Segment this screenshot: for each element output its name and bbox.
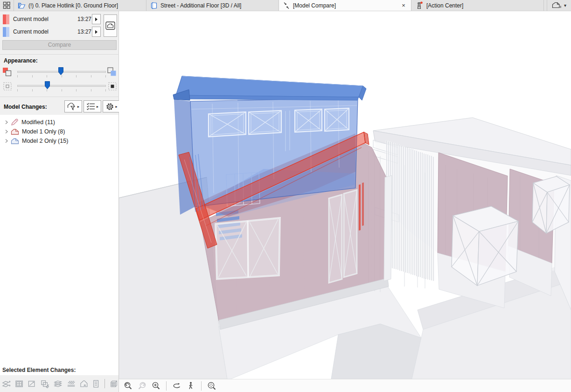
slider-tick xyxy=(47,89,47,91)
next-view-button[interactable] xyxy=(137,381,147,391)
slider-tick xyxy=(105,75,106,77)
pick-models-button[interactable] xyxy=(104,14,117,37)
flyout-arrow-icon xyxy=(95,30,98,34)
increase-zoom-icon xyxy=(152,381,160,390)
next-view-icon xyxy=(138,381,146,390)
model1-color-swatch xyxy=(3,14,9,24)
model2-time: 13:27 xyxy=(75,28,91,35)
show-in-3d-icon[interactable] xyxy=(109,379,118,389)
3d-navigation-toolbar xyxy=(119,379,571,392)
previous-view-button[interactable] xyxy=(123,381,133,391)
dropdown-arrow-icon: ▸ xyxy=(77,105,79,109)
action-center-badge xyxy=(420,1,423,4)
model-views-button[interactable]: ▾ xyxy=(547,0,571,11)
tab-label: [Model Compare] xyxy=(293,2,397,9)
explore-icon xyxy=(187,381,195,390)
model-changes-heading: Model Changes: xyxy=(4,104,47,110)
chevron-right-icon[interactable] xyxy=(5,139,8,143)
transparency-slider-thumb[interactable] xyxy=(45,81,50,89)
tab-action-center[interactable]: [Action Center] xyxy=(411,0,544,11)
model-compare-3d-viewport[interactable] xyxy=(119,11,571,392)
window xyxy=(216,218,280,279)
model-compare-icon xyxy=(283,2,290,9)
filter-elements-icon xyxy=(67,102,77,111)
opening-change-icon[interactable] xyxy=(27,379,36,389)
slider-tick xyxy=(32,75,33,77)
chevron-right-icon[interactable] xyxy=(5,120,8,125)
transparency-slider-row xyxy=(0,80,119,94)
slider-tick xyxy=(32,89,33,91)
increase-zoom-button[interactable] xyxy=(151,381,161,391)
dropdown-arrow-icon: ▸ xyxy=(115,105,117,109)
slider-tick xyxy=(47,75,47,77)
model1-flyout-button[interactable] xyxy=(92,14,101,24)
tab-bar: (!) 0. Place Hotlink [0. Ground Floor] S… xyxy=(0,0,571,11)
slider-ticks xyxy=(17,75,106,78)
settings-gear-icon xyxy=(105,102,114,111)
window-change-icon[interactable] xyxy=(14,379,24,389)
tab-close-icon[interactable]: × xyxy=(400,2,407,9)
slider-tick xyxy=(17,89,18,91)
flyout-arrow-icon xyxy=(95,17,98,21)
settings-button[interactable]: ▸ xyxy=(103,100,120,112)
composite-change-icon[interactable] xyxy=(53,379,63,389)
slider-tick xyxy=(105,89,106,91)
tree-item-model1-only[interactable]: Model 1 Only (8) xyxy=(0,127,118,136)
tab-overview-grid-button[interactable] xyxy=(0,0,14,11)
fill-priority-slider-row xyxy=(0,66,119,80)
slider-tick xyxy=(91,75,91,77)
surface-change-icon[interactable] xyxy=(40,379,50,389)
tree-item-label: Model 2 Only (15) xyxy=(22,138,68,144)
model1-strip xyxy=(362,182,364,226)
tab-model-compare[interactable]: [Model Compare] × xyxy=(279,0,411,11)
tree-item-modified[interactable]: Modified (11) xyxy=(0,118,118,127)
divider xyxy=(0,97,119,97)
model1-row[interactable]: Current model 13:27 xyxy=(0,14,119,25)
action-center-icon xyxy=(415,1,424,9)
divider xyxy=(0,54,119,55)
unchanged-transparent-icon xyxy=(2,81,14,92)
transparency-slider-track[interactable] xyxy=(17,85,106,87)
slider-tick xyxy=(62,75,62,77)
filter-elements-button[interactable]: ▸ xyxy=(64,100,82,112)
tree-item-label: Model 1 Only (8) xyxy=(22,128,65,135)
tree-item-model2-only[interactable]: Model 2 Only (15) xyxy=(0,136,118,146)
zone-change-icon[interactable] xyxy=(79,379,89,389)
slider-tick xyxy=(62,89,62,91)
bay-window xyxy=(452,206,518,286)
fill-priority-slider-thumb[interactable] xyxy=(58,67,63,75)
compare-button[interactable]: Compare xyxy=(2,40,117,50)
dropdown-arrow-icon: ▸ xyxy=(97,105,98,109)
previous-view-icon xyxy=(124,381,132,390)
geometry-change-icon[interactable] xyxy=(2,379,11,389)
model2-name: Current model xyxy=(13,28,49,35)
slider-tick xyxy=(76,75,77,77)
model-compare-3d-view xyxy=(119,11,571,379)
tab-street-3d[interactable]: Street - Additional Floor [3D / All] xyxy=(146,0,279,11)
selected-element-changes-heading: Selected Element Changes: xyxy=(2,367,76,373)
tab-place-hotlink[interactable]: (!) 0. Place Hotlink [0. Ground Floor] xyxy=(14,0,146,11)
model1-time: 13:27 xyxy=(75,16,91,22)
checklist-icon xyxy=(86,102,96,111)
checklist-button[interactable]: ▸ xyxy=(84,100,101,112)
tab-label: Street - Additional Floor [3D / All] xyxy=(160,2,275,9)
toolbar-separator xyxy=(201,381,202,391)
log-change-icon[interactable] xyxy=(92,379,100,389)
tab-overview-grid-icon xyxy=(3,1,11,9)
explore-button[interactable] xyxy=(186,381,196,391)
appearance-heading: Appearance: xyxy=(4,57,38,64)
model2-flyout-button[interactable] xyxy=(92,27,101,37)
fit-in-window-button[interactable] xyxy=(207,381,217,391)
chevron-right-icon[interactable] xyxy=(5,129,8,134)
toolbar-separator xyxy=(166,381,167,391)
model2-row[interactable]: Current model 13:27 xyxy=(0,27,119,38)
model2-fill-priority-icon xyxy=(107,67,118,78)
orbit-button[interactable] xyxy=(172,381,182,391)
fill-change-icon[interactable] xyxy=(66,379,76,389)
slider-ticks xyxy=(17,89,106,92)
toolbar-separator xyxy=(104,379,105,388)
slider-tick xyxy=(76,89,77,91)
model-changes-tree: Modified (11) Model 1 Only (8) Model 2 O… xyxy=(0,115,118,375)
model1-fill-priority-icon xyxy=(2,67,14,78)
slider-tick xyxy=(17,75,18,77)
